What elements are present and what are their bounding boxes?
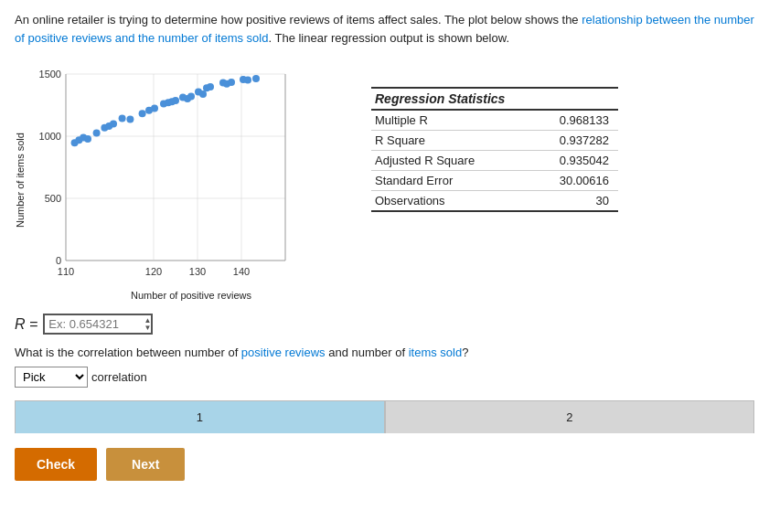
regression-title: Regression Statistics (371, 88, 618, 110)
r-input-spinner[interactable]: ▲ ▼ (144, 317, 151, 332)
regression-row-value: 0.968133 (530, 110, 618, 131)
svg-text:0: 0 (56, 255, 61, 266)
tab-2[interactable]: 2 (385, 400, 755, 433)
next-button[interactable]: Next (106, 448, 185, 481)
intro-highlight: relationship between the number of posit… (15, 13, 754, 45)
tab-2-label: 2 (566, 410, 572, 424)
svg-text:110: 110 (58, 266, 74, 277)
svg-text:140: 140 (233, 266, 250, 277)
regression-row: Observations30 (371, 191, 618, 212)
scatter-point (126, 116, 134, 123)
scatter-point (110, 121, 117, 128)
correlation-label: correlation (91, 370, 147, 384)
tab-1-label: 1 (197, 410, 203, 424)
r-label: R = (15, 316, 37, 333)
regression-row-value: 30 (530, 191, 618, 212)
q-highlight-2: items sold (409, 346, 463, 359)
regression-row: R Square0.937282 (371, 131, 618, 151)
tabs-bar: 1 2 (15, 400, 754, 433)
buttons-row: Check Next (15, 448, 754, 481)
check-button[interactable]: Check (15, 448, 97, 481)
scatter-point (252, 75, 260, 82)
r-input-wrapper[interactable]: ▲ ▼ (43, 314, 153, 335)
scatter-plot: 0 500 1000 1500 110 120 130 140 (29, 59, 304, 288)
regression-row-value: 30.00616 (530, 171, 618, 191)
regression-table-container: Regression Statistics Multiple R0.968133… (371, 59, 754, 301)
chart-container: Number of items sold (15, 59, 353, 301)
regression-row-label: Standard Error (371, 171, 530, 191)
x-axis-label: Number of positive reviews (29, 290, 353, 301)
regression-table: Regression Statistics Multiple R0.968133… (371, 87, 618, 212)
regression-row-label: Adjusted R Square (371, 151, 530, 171)
spinner-down[interactable]: ▼ (144, 325, 151, 332)
chart-area: Number of items sold (15, 59, 353, 301)
svg-text:130: 130 (189, 266, 206, 277)
svg-text:500: 500 (45, 193, 61, 204)
svg-text:120: 120 (145, 266, 162, 277)
svg-text:1500: 1500 (39, 69, 61, 80)
scatter-point (244, 77, 251, 84)
scatter-point (119, 114, 126, 122)
scatter-point (172, 97, 179, 104)
regression-row-label: R Square (371, 131, 530, 151)
regression-row-value: 0.937282 (530, 131, 618, 151)
scatter-point (207, 83, 214, 90)
regression-row: Multiple R0.968133 (371, 110, 618, 131)
content-row: Number of items sold (15, 59, 754, 301)
scatter-point (84, 135, 91, 143)
r-value-input[interactable] (43, 314, 153, 335)
tab-1[interactable]: 1 (15, 400, 385, 433)
regression-row-label: Multiple R (371, 110, 530, 131)
intro-text: An online retailer is trying to determin… (15, 11, 754, 47)
pick-row: Pick positive negative correlation (15, 367, 754, 388)
scatter-point (228, 79, 235, 86)
y-axis-label: Number of items sold (15, 59, 26, 301)
scatter-point (139, 110, 146, 117)
regression-row-value: 0.935042 (530, 151, 618, 171)
svg-text:1000: 1000 (39, 131, 61, 142)
chart-inner: 0 500 1000 1500 110 120 130 140 (29, 59, 353, 301)
pick-select[interactable]: Pick positive negative (15, 367, 88, 388)
regression-row: Standard Error30.00616 (371, 171, 618, 191)
scatter-point (187, 92, 195, 100)
scatter-point (151, 105, 158, 112)
scatter-point (93, 130, 101, 137)
regression-row: Adjusted R Square0.935042 (371, 151, 618, 171)
question-text: What is the correlation between number o… (15, 346, 754, 359)
q-highlight-1: positive reviews (241, 346, 326, 359)
r-equation: R = ▲ ▼ (15, 314, 754, 335)
regression-row-label: Observations (371, 191, 530, 212)
